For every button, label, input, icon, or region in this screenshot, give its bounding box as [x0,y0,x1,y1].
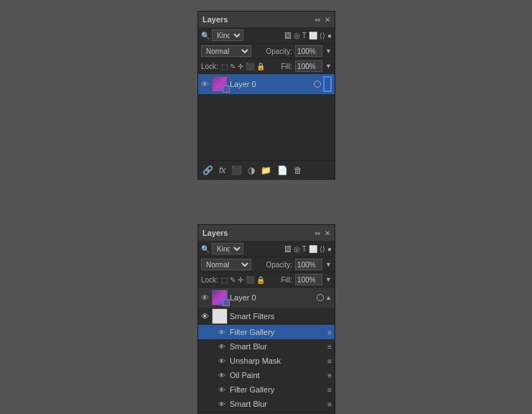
image-filter-icon-b[interactable]: 🖼 [284,245,291,253]
filter-bar-bottom: 🔍 Kind 🖼 ◎ T ⬜ ⟨⟩ ● [198,241,335,257]
filter-item-0[interactable]: 👁 Filter Gallery ≡ [198,325,335,339]
smart-filter-eye[interactable]: 👁 [201,312,210,321]
smart-filter-label: Smart Filters [230,312,332,321]
lock-artboard-icon[interactable]: ⬛ [246,63,254,70]
filter-adjust-5[interactable]: ≡ [327,400,332,408]
blend-mode-dropdown-top[interactable]: Normal [201,45,251,57]
fill-label-bottom: Fill: [281,276,293,284]
delete-layer-icon-top[interactable]: 🗑 [294,165,302,175]
kind-dropdown-bottom[interactable]: Kind [212,243,243,254]
filter-item-3[interactable]: 👁 Oil Paint ≡ [198,368,335,382]
opacity-input-bottom[interactable] [295,259,322,270]
search-icon-bottom: 🔍 [201,245,210,253]
filter-eye-0[interactable]: 👁 [218,328,227,336]
lock-pixel-icon[interactable]: ⬚ [221,63,228,70]
panel-header-bottom: Layers ⇔ ✕ [198,225,335,241]
filter-icons-top: 🖼 ◎ T ⬜ ⟨⟩ ● [284,32,332,40]
filter-eye-4[interactable]: 👁 [218,386,227,394]
layer-thumb-bottom [212,290,228,305]
layer-row-bottom[interactable]: 👁 Layer 0 ▲ [198,288,335,308]
lock-icons-bottom: ⬚ ✎ ✛ ⬛ 🔒 [221,276,265,284]
fx-icon-top[interactable]: fx [219,165,225,175]
opacity-input-top[interactable] [295,45,322,57]
dot-filter-icon-b[interactable]: ● [327,245,332,253]
filter-name-5: Smart Blur [230,400,325,408]
smart-filter-icon-b[interactable]: ⟨⟩ [319,245,325,253]
filter-eye-3[interactable]: 👁 [218,372,227,380]
filter-item-1[interactable]: 👁 Smart Blur ≡ [198,339,335,354]
layer-circle-icon-top [314,80,321,88]
filter-name-1: Smart Blur [230,342,325,351]
smart-filter-header[interactable]: 👁 Smart Filters [198,308,335,325]
lock-all-icon-b[interactable]: 🔒 [256,276,265,284]
adj-layer-icon-top[interactable]: ◑ [248,165,255,175]
lock-artboard-icon-b[interactable]: ⬛ [246,276,254,284]
expand-icon-bottom[interactable]: ▲ [325,294,332,301]
collapse-icon-top[interactable]: ⇔ [314,16,320,24]
filter-name-4: Filter Gallery [230,385,325,394]
filter-item-4[interactable]: 👁 Filter Gallery ≡ [198,382,335,397]
link-icon-top[interactable]: 🔗 [202,165,213,175]
filter-eye-5[interactable]: 👁 [218,400,227,408]
fill-chevron-top[interactable]: ▼ [325,63,332,70]
filter-adjust-4[interactable]: ≡ [327,386,332,394]
filter-adjust-1[interactable]: ≡ [327,343,332,351]
image-filter-icon[interactable]: 🖼 [284,32,291,40]
filter-adjust-0[interactable]: ≡ [327,328,332,336]
lock-pos-icon-b[interactable]: ✎ [230,276,235,284]
adjust-filter-icon[interactable]: ◎ [294,32,300,40]
lock-icons-top: ⬚ ✎ ✛ ⬛ 🔒 [221,63,265,70]
collapse-icon-bottom[interactable]: ⇔ [314,229,320,237]
selected-border-top [323,76,332,92]
folder-icon-top[interactable]: 📁 [261,165,271,175]
opacity-label-bottom: Opacity: [266,261,292,269]
filter-adjust-3[interactable]: ≡ [327,372,332,380]
smart-filter-icon[interactable]: ⟨⟩ [319,32,325,40]
blend-mode-dropdown-bottom[interactable]: Normal [201,259,251,270]
layers-panel-top: Layers ⇔ ✕ 🔍 Kind 🖼 ◎ T ⬜ ⟨⟩ ● Normal Op… [197,11,335,180]
fill-chevron-bottom[interactable]: ▼ [325,276,332,283]
dot-filter-icon[interactable]: ● [327,32,332,40]
filter-item-2[interactable]: 👁 Unsharp Mask ≡ [198,354,335,368]
text-filter-icon-b[interactable]: T [302,245,307,253]
lock-pixel-icon-b[interactable]: ⬚ [221,276,228,284]
shape-filter-icon-b[interactable]: ⬜ [309,245,317,253]
layer-right-icons-top [314,80,321,88]
eye-icon-layer0-bottom[interactable]: 👁 [201,293,210,302]
panel-footer-top: 🔗 fx ⬛ ◑ 📁 📄 🗑 [198,160,335,179]
lock-move-icon[interactable]: ✛ [238,63,243,70]
opacity-chevron-bottom[interactable]: ▼ [325,261,332,268]
kind-dropdown-top[interactable]: Kind [212,29,243,41]
filter-name-2: Unsharp Mask [230,356,325,365]
lock-move-icon-b[interactable]: ✛ [238,276,243,284]
add-mask-icon-top[interactable]: ⬛ [231,165,242,175]
fill-input-bottom[interactable] [295,274,322,285]
panel-title-bottom: Layers [202,229,228,237]
close-icon-top[interactable]: ✕ [325,16,330,24]
adjust-filter-icon-b[interactable]: ◎ [294,245,300,253]
blend-bar-top: Normal Opacity: ▼ [198,44,335,59]
text-filter-icon[interactable]: T [302,32,307,40]
opacity-chevron-top[interactable]: ▼ [325,47,332,55]
eye-icon-layer0-top[interactable]: 👁 [201,80,210,88]
filter-item-5[interactable]: 👁 Smart Blur ≡ [198,397,335,411]
filter-eye-2[interactable]: 👁 [218,357,227,365]
shape-filter-icon[interactable]: ⬜ [309,32,317,40]
layers-panel-bottom: Layers ⇔ ✕ 🔍 Kind 🖼 ◎ T ⬜ ⟨⟩ ● Normal Op… [197,224,335,414]
new-layer-icon-top[interactable]: 📄 [277,165,288,175]
layer-list-top: 👁 Layer 0 [198,74,335,160]
fill-label-top: Fill: [281,63,293,70]
lock-pos-icon[interactable]: ✎ [230,63,235,70]
filter-adjust-2[interactable]: ≡ [327,357,332,365]
opacity-label-top: Opacity: [266,47,292,55]
smart-filter-thumb [212,308,228,324]
lock-all-icon[interactable]: 🔒 [256,63,265,70]
layer-name-bottom: Layer 0 [230,293,314,302]
fill-input-top[interactable] [295,60,322,72]
lock-label-bottom: Lock: [201,276,218,284]
close-icon-bottom[interactable]: ✕ [325,229,330,237]
layer-thumb-mask-top [223,86,230,93]
layer-row-top[interactable]: 👁 Layer 0 [198,74,335,94]
filter-eye-1[interactable]: 👁 [218,343,227,351]
panel-footer-bottom: 🔗 fx ⬛ ◑ 📁 📄 🗑 [198,411,335,414]
